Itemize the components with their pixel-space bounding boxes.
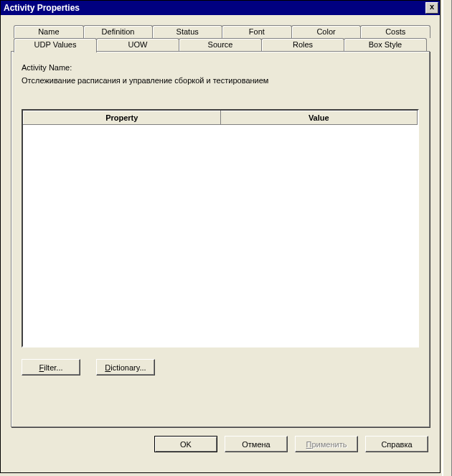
- help-button[interactable]: Справка: [365, 436, 428, 452]
- tab-color[interactable]: Color: [291, 25, 362, 38]
- udp-grid[interactable]: Property Value: [22, 109, 419, 347]
- activity-name-value: Отслеживание расписания и управление сбо…: [22, 76, 419, 85]
- tab-source[interactable]: Source: [179, 38, 262, 51]
- grid-header-row: Property Value: [24, 111, 418, 125]
- dialog-window: Activity Properties x Name Definition St…: [0, 0, 441, 473]
- right-bevel-strip: [442, 0, 452, 476]
- tab-font[interactable]: Font: [222, 25, 292, 38]
- tab-box-style[interactable]: Box Style: [344, 38, 427, 51]
- tab-udp-values[interactable]: UDP Values: [14, 38, 97, 52]
- dictionary-button[interactable]: Dictionary...: [96, 359, 155, 375]
- tab-name[interactable]: Name: [14, 25, 84, 38]
- tab-control: Name Definition Status Font Color Costs …: [11, 25, 430, 427]
- tab-row-front: UDP Values UOW Source Roles Box Style: [11, 38, 430, 51]
- tab-roles[interactable]: Roles: [261, 38, 344, 51]
- titlebar: Activity Properties x: [1, 1, 440, 15]
- cancel-button[interactable]: Отмена: [225, 436, 288, 452]
- filter-button[interactable]: Filter...: [22, 359, 80, 375]
- ok-button[interactable]: OK: [154, 436, 217, 452]
- client-area: Name Definition Status Font Color Costs …: [1, 15, 440, 472]
- tab-row-back: Name Definition Status Font Color Costs: [11, 25, 430, 38]
- dialog-button-row: OK Отмена Применить Справка: [11, 436, 430, 452]
- tab-costs[interactable]: Costs: [360, 25, 430, 38]
- grid-col-property[interactable]: Property: [24, 111, 221, 125]
- tab-status[interactable]: Status: [152, 25, 222, 38]
- close-button[interactable]: x: [425, 2, 438, 14]
- tab-uow[interactable]: UOW: [96, 38, 179, 51]
- apply-button: Применить: [295, 436, 358, 452]
- window-title: Activity Properties: [4, 3, 80, 13]
- tab-definition[interactable]: Definition: [83, 25, 154, 38]
- tab-panel-udp-values: Activity Name: Отслеживание расписания и…: [11, 51, 430, 427]
- panel-button-row: Filter... Dictionary...: [22, 359, 419, 375]
- grid-col-value[interactable]: Value: [220, 111, 418, 125]
- grid-body[interactable]: [23, 125, 418, 346]
- activity-name-label: Activity Name:: [22, 63, 419, 72]
